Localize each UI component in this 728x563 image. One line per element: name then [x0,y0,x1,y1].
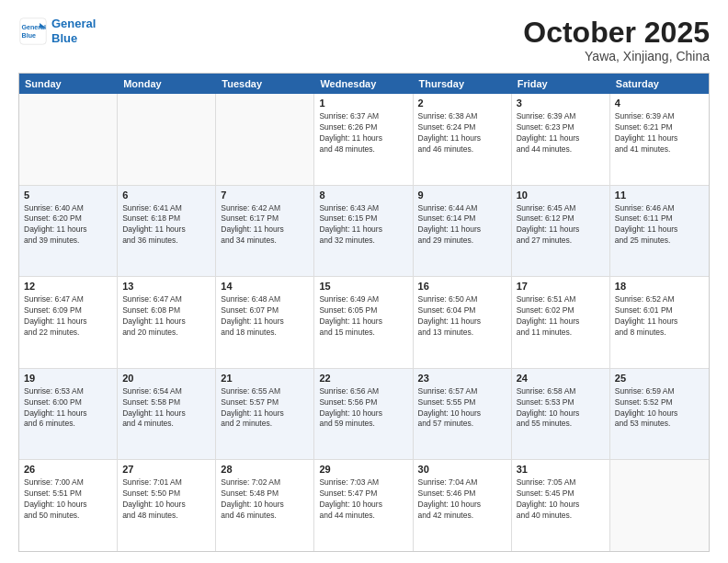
cell-info-24: Sunrise: 6:58 AM Sunset: 5:53 PM Dayligh… [517,386,605,431]
calendar-cell-r0-c4: 2Sunrise: 6:38 AM Sunset: 6:24 PM Daylig… [414,94,512,185]
logo-general: General [51,17,96,30]
logo: General Blue General Blue [18,17,96,46]
calendar-cell-r4-c0: 26Sunrise: 7:00 AM Sunset: 5:51 PM Dayli… [19,460,118,551]
day-number-3: 3 [517,97,605,110]
calendar-cell-r3-c2: 21Sunrise: 6:55 AM Sunset: 5:57 PM Dayli… [216,369,314,460]
day-number-30: 30 [418,463,506,477]
day-number-18: 18 [615,280,704,293]
location-subtitle: Yawa, Xinjiang, China [523,49,710,63]
calendar-header: Sunday Monday Tuesday Wednesday Thursday… [19,74,709,94]
calendar-cell-r0-c2 [216,94,314,185]
calendar-page: General Blue General Blue October 2025 Y… [0,0,728,563]
cell-info-31: Sunrise: 7:05 AM Sunset: 5:45 PM Dayligh… [517,477,605,522]
cell-info-22: Sunrise: 6:56 AM Sunset: 5:56 PM Dayligh… [319,386,407,431]
logo-icon: General Blue [18,17,48,46]
header-thursday: Thursday [414,74,512,94]
day-number-2: 2 [418,97,506,110]
calendar-cell-r4-c2: 28Sunrise: 7:02 AM Sunset: 5:48 PM Dayli… [216,460,314,551]
day-number-24: 24 [517,372,605,385]
cell-info-5: Sunrise: 6:40 AM Sunset: 6:20 PM Dayligh… [24,203,112,247]
cell-info-18: Sunrise: 6:52 AM Sunset: 6:01 PM Dayligh… [615,294,704,339]
day-number-10: 10 [517,189,605,202]
logo-blue: Blue [51,31,77,45]
calendar-cell-r0-c1 [118,94,216,185]
day-number-20: 20 [122,372,210,385]
cell-info-7: Sunrise: 6:42 AM Sunset: 6:17 PM Dayligh… [221,203,309,247]
calendar-cell-r4-c3: 29Sunrise: 7:03 AM Sunset: 5:47 PM Dayli… [314,460,413,551]
cell-info-10: Sunrise: 6:45 AM Sunset: 6:12 PM Dayligh… [517,203,605,247]
cell-info-11: Sunrise: 6:46 AM Sunset: 6:11 PM Dayligh… [615,203,704,247]
calendar-row-3: 19Sunrise: 6:53 AM Sunset: 6:00 PM Dayli… [19,368,709,460]
calendar-cell-r3-c0: 19Sunrise: 6:53 AM Sunset: 6:00 PM Dayli… [19,369,118,460]
calendar-cell-r3-c3: 22Sunrise: 6:56 AM Sunset: 5:56 PM Dayli… [314,369,413,460]
day-number-13: 13 [122,280,210,293]
header-sunday: Sunday [19,74,118,94]
day-number-26: 26 [24,463,112,477]
day-number-25: 25 [615,372,704,385]
calendar-cell-r1-c4: 9Sunrise: 6:44 AM Sunset: 6:14 PM Daylig… [414,186,512,277]
calendar-cell-r3-c4: 23Sunrise: 6:57 AM Sunset: 5:55 PM Dayli… [414,369,512,460]
calendar-cell-r3-c6: 25Sunrise: 6:59 AM Sunset: 5:52 PM Dayli… [610,369,709,460]
header-wednesday: Wednesday [314,74,413,94]
cell-info-27: Sunrise: 7:01 AM Sunset: 5:50 PM Dayligh… [122,477,210,522]
calendar-cell-r3-c5: 24Sunrise: 6:58 AM Sunset: 5:53 PM Dayli… [512,369,610,460]
day-number-7: 7 [221,189,309,202]
calendar-cell-r2-c6: 18Sunrise: 6:52 AM Sunset: 6:01 PM Dayli… [610,277,709,368]
calendar-row-4: 26Sunrise: 7:00 AM Sunset: 5:51 PM Dayli… [19,459,709,551]
calendar-row-2: 12Sunrise: 6:47 AM Sunset: 6:09 PM Dayli… [19,276,709,368]
calendar-cell-r1-c6: 11Sunrise: 6:46 AM Sunset: 6:11 PM Dayli… [610,186,709,277]
day-number-11: 11 [615,189,704,202]
cell-info-23: Sunrise: 6:57 AM Sunset: 5:55 PM Dayligh… [418,386,506,431]
title-block: October 2025 Yawa, Xinjiang, China [523,17,710,63]
day-number-23: 23 [418,372,506,385]
calendar-cell-r1-c0: 5Sunrise: 6:40 AM Sunset: 6:20 PM Daylig… [19,186,118,277]
day-number-12: 12 [24,280,112,293]
header-monday: Monday [118,74,216,94]
calendar-cell-r4-c5: 31Sunrise: 7:05 AM Sunset: 5:45 PM Dayli… [512,460,610,551]
cell-info-9: Sunrise: 6:44 AM Sunset: 6:14 PM Dayligh… [418,203,506,247]
cell-info-16: Sunrise: 6:50 AM Sunset: 6:04 PM Dayligh… [418,294,506,339]
month-title: October 2025 [523,17,710,49]
cell-info-15: Sunrise: 6:49 AM Sunset: 6:05 PM Dayligh… [319,294,407,339]
calendar-body: 1Sunrise: 6:37 AM Sunset: 6:26 PM Daylig… [19,94,709,551]
cell-info-30: Sunrise: 7:04 AM Sunset: 5:46 PM Dayligh… [418,477,506,522]
day-number-15: 15 [319,280,407,293]
calendar-cell-r2-c5: 17Sunrise: 6:51 AM Sunset: 6:02 PM Dayli… [512,277,610,368]
calendar-cell-r2-c2: 14Sunrise: 6:48 AM Sunset: 6:07 PM Dayli… [216,277,314,368]
day-number-29: 29 [319,463,407,477]
cell-info-12: Sunrise: 6:47 AM Sunset: 6:09 PM Dayligh… [24,294,112,339]
calendar-cell-r1-c2: 7Sunrise: 6:42 AM Sunset: 6:17 PM Daylig… [216,186,314,277]
calendar-cell-r3-c1: 20Sunrise: 6:54 AM Sunset: 5:58 PM Dayli… [118,369,216,460]
svg-text:Blue: Blue [22,32,36,40]
day-number-14: 14 [221,280,309,293]
day-number-16: 16 [418,280,506,293]
cell-info-1: Sunrise: 6:37 AM Sunset: 6:26 PM Dayligh… [319,111,407,155]
cell-info-26: Sunrise: 7:00 AM Sunset: 5:51 PM Dayligh… [24,477,112,522]
day-number-17: 17 [517,280,605,293]
day-number-27: 27 [122,463,210,477]
calendar-cell-r0-c6: 4Sunrise: 6:39 AM Sunset: 6:21 PM Daylig… [610,94,709,185]
header-tuesday: Tuesday [216,74,314,94]
cell-info-28: Sunrise: 7:02 AM Sunset: 5:48 PM Dayligh… [221,477,309,522]
calendar-cell-r4-c6 [610,460,709,551]
day-number-19: 19 [24,372,112,385]
calendar-cell-r1-c1: 6Sunrise: 6:41 AM Sunset: 6:18 PM Daylig… [118,186,216,277]
calendar-cell-r2-c4: 16Sunrise: 6:50 AM Sunset: 6:04 PM Dayli… [414,277,512,368]
calendar-cell-r2-c1: 13Sunrise: 6:47 AM Sunset: 6:08 PM Dayli… [118,277,216,368]
day-number-4: 4 [615,97,704,110]
day-number-21: 21 [221,372,309,385]
header-friday: Friday [512,74,610,94]
day-number-1: 1 [319,97,407,110]
calendar-cell-r2-c3: 15Sunrise: 6:49 AM Sunset: 6:05 PM Dayli… [314,277,413,368]
logo-text: General Blue [51,17,96,45]
header: General Blue General Blue October 2025 Y… [18,17,710,63]
day-number-9: 9 [418,189,506,202]
calendar-cell-r1-c5: 10Sunrise: 6:45 AM Sunset: 6:12 PM Dayli… [512,186,610,277]
cell-info-13: Sunrise: 6:47 AM Sunset: 6:08 PM Dayligh… [122,294,210,339]
calendar-row-1: 5Sunrise: 6:40 AM Sunset: 6:20 PM Daylig… [19,185,709,277]
cell-info-8: Sunrise: 6:43 AM Sunset: 6:15 PM Dayligh… [319,203,407,247]
calendar-cell-r4-c1: 27Sunrise: 7:01 AM Sunset: 5:50 PM Dayli… [118,460,216,551]
cell-info-17: Sunrise: 6:51 AM Sunset: 6:02 PM Dayligh… [517,294,605,339]
calendar-cell-r4-c4: 30Sunrise: 7:04 AM Sunset: 5:46 PM Dayli… [414,460,512,551]
day-number-28: 28 [221,463,309,477]
